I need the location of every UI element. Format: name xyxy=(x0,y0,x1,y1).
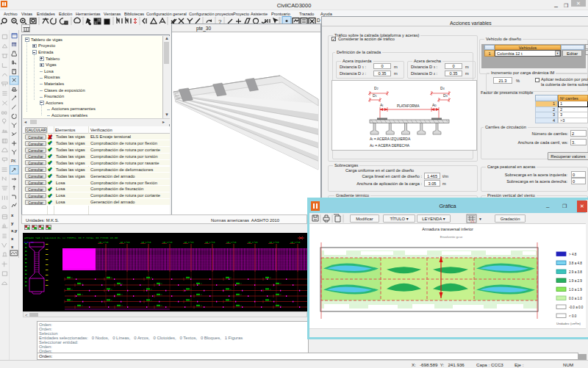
svg-text:x: x xyxy=(11,213,14,217)
svg-text:2.9 a 3.8: 2.9 a 3.8 xyxy=(569,270,582,274)
svg-text:1Ø c/15: 1Ø c/15 xyxy=(141,241,151,244)
svg-text:▼: ▼ xyxy=(478,217,482,221)
svg-text:1.0 a 1.9: 1.0 a 1.9 xyxy=(569,288,582,292)
svg-text:x: x xyxy=(11,237,14,241)
svg-text:-0.0 a 0.0: -0.0 a 0.0 xyxy=(569,306,584,309)
svg-text:x,y: x,y xyxy=(11,228,18,233)
svg-text:0.0 a 1.0: 0.0 a 1.0 xyxy=(569,297,582,300)
svg-text:1Ø c/15: 1Ø c/15 xyxy=(248,241,257,244)
svg-text:1Ø c/15: 1Ø c/15 xyxy=(226,241,236,244)
svg-text:1Ø c/15: 1Ø c/15 xyxy=(269,241,279,244)
svg-text:1Ø c/15: 1Ø c/15 xyxy=(120,241,129,244)
svg-text:Unidades: (cm²/m): Unidades: (cm²/m) xyxy=(556,322,581,325)
svg-text:ARMADO TAB 1 CALCULO EL 12 PER: ARMADO TAB 1 CALCULO EL 12 PERFIL 30 P.T… xyxy=(24,237,118,239)
svg-text:3.8 a 4.8: 3.8 a 4.8 xyxy=(569,261,582,265)
svg-text:1Ø c/15: 1Ø c/15 xyxy=(205,241,215,244)
svg-text:< 0.0: < 0.0 xyxy=(569,314,577,318)
svg-text:1Ø c/15: 1Ø c/15 xyxy=(184,241,193,244)
svg-text:1Ø c/15: 1Ø c/15 xyxy=(98,241,108,244)
svg-text:1Ø c/15: 1Ø c/15 xyxy=(290,241,300,244)
svg-text:1.9 a 2.9: 1.9 a 2.9 xyxy=(569,279,582,283)
svg-text:PK: PK xyxy=(11,159,16,163)
svg-text:x: x xyxy=(11,245,14,249)
svg-text:> 4.8: > 4.8 xyxy=(569,253,577,256)
svg-text:1Ø c/15: 1Ø c/15 xyxy=(162,241,172,244)
svg-text:y: y xyxy=(11,221,14,226)
svg-text:1.5: 1.5 xyxy=(470,220,475,223)
